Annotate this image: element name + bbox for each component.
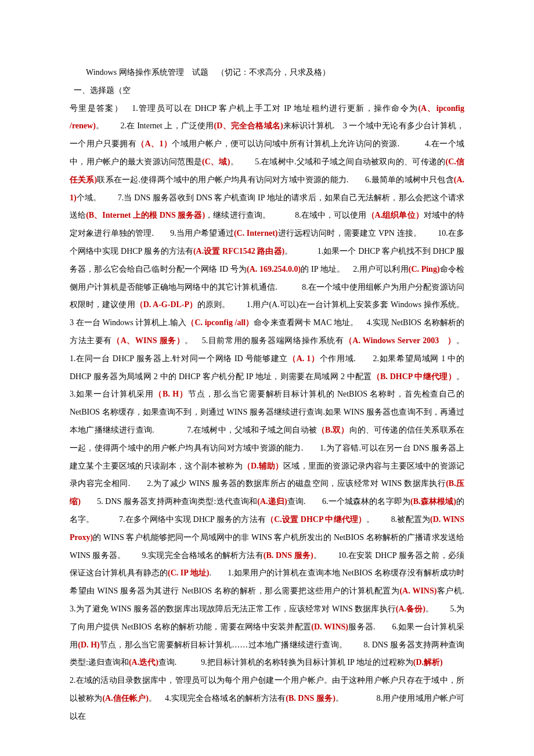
answer-27: （C. ipconfig /all） xyxy=(186,318,254,327)
text-run: 的 IP 地址。 2.用户可以利用 xyxy=(301,265,409,273)
text-run: 1.管理员可以在 DHCP 客户机上手工对 IP 地址租约进行更新，操作命令为 xyxy=(132,104,418,113)
answer-47: (B.森林根域) xyxy=(410,497,456,506)
lead-text: 号里是答案） xyxy=(70,104,132,113)
answer-67: (D.解析) xyxy=(413,658,443,667)
answer-23: (C. Ping) xyxy=(409,265,440,273)
answer-59: (A.备份) xyxy=(396,604,425,613)
answer-53: (B. DNS 服务) xyxy=(264,551,313,560)
text-run: 查询. 6.一个城森林的名字即为 xyxy=(287,497,410,506)
answer-15: （A.组织单位） xyxy=(367,211,424,219)
answer-3: (D、完全合格域名) xyxy=(214,121,283,130)
answer-31: （A. Windows Server 2003 ） xyxy=(344,336,456,345)
answer-13: (B、Internet 上的根 DNS 服务器) xyxy=(86,211,205,219)
answer-71: (B. DNS 服务) xyxy=(286,694,335,703)
answer-69: (A.信任帐户) xyxy=(102,694,148,703)
text-run: 。 4.实现完全合格域名的解析方法有 xyxy=(149,694,286,703)
answer-61: (D. WINS) xyxy=(311,622,348,631)
text-run: 查询. 9.把目标计算机的名称转换为目标计算机 IP 地址的过程称为 xyxy=(158,658,413,667)
answer-41: （D.辅助） xyxy=(243,462,284,470)
answer-63: (D. H) xyxy=(78,640,100,649)
answer-37: （B. H） xyxy=(154,390,188,398)
answer-57: (A. WINS) xyxy=(399,586,436,595)
answer-21: (A. 169.254.0.0) xyxy=(247,265,301,273)
text-run: 。 5.在域树中.父域和子域之间自动被双向的、可传递的 xyxy=(230,157,445,166)
question-body: 号里是答案） 1.管理员可以在 DHCP 客户机上手工对 IP 地址租约进行更新… xyxy=(70,100,464,726)
answer-19: (A.设置 RFC1542 路由器) xyxy=(193,247,284,255)
text-run: ，继续进行查询。 8.在域中，可以使用 xyxy=(205,211,366,219)
answer-35: （B. DHCP 中继代理） xyxy=(372,372,456,381)
answer-5: （A、1） xyxy=(136,139,172,148)
text-run: 5. DNS 服务器支持两种查询类型:迭代查询和 xyxy=(81,497,257,506)
answer-17: (C. Internet) xyxy=(234,229,278,237)
document-title: Windows 网络操作系统管理 试题 （切记：不求高分，只求及格） xyxy=(70,64,464,82)
page: Windows 网络操作系统管理 试题 （切记：不求高分，只求及格） 一、选择题… xyxy=(0,0,534,756)
text-run: 。 2.在 Internet 上，广泛使用 xyxy=(96,121,214,130)
answer-45: (A.递归) xyxy=(257,497,287,506)
answer-65: (A.迭代) xyxy=(129,658,158,667)
section-heading: 一、选择题（空 xyxy=(70,82,464,100)
answer-39: （B.双） xyxy=(317,426,349,434)
answer-55: (C. IP 地址) xyxy=(168,568,210,577)
answer-29: （A、WINS 服务） xyxy=(112,336,185,345)
answer-49: （C.设置 DHCP 中继代理） xyxy=(266,515,366,524)
answer-25: （D. A-G-DL-P） xyxy=(135,300,198,309)
text-run: 。 5.目前常用的服务器端网络操作系统有 xyxy=(185,336,344,345)
text-run: 联系在一起.使得两个域中的用户帐户均具有访问对方域中资源的能力. 6.最简单的域… xyxy=(97,175,453,184)
answer-7: (C、域) xyxy=(202,157,230,166)
answer-33: （A. 1） xyxy=(288,354,320,363)
text-run: 。 8.被配置为 xyxy=(366,515,430,524)
